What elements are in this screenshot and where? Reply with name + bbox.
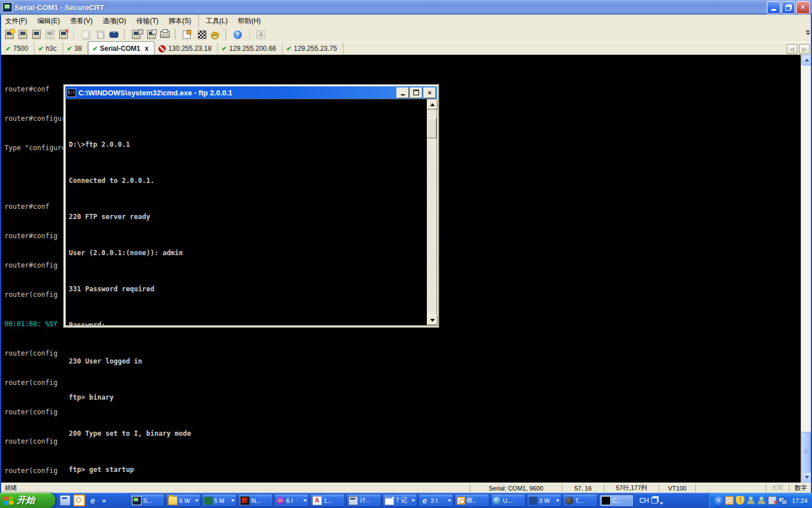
print-screen-icon[interactable] <box>124 29 144 40</box>
new-session-icon[interactable] <box>3 29 15 40</box>
tab-129-255-200-66[interactable]: ✔ 129.255.200.66 <box>218 42 283 55</box>
taskbar-button-excel[interactable]: 5 M <box>202 494 237 507</box>
tab-38[interactable]: ✔ 38 <box>63 42 89 55</box>
cmd-scrollbar[interactable] <box>427 99 436 325</box>
network-icon[interactable] <box>779 496 787 505</box>
taskbar-button-uc[interactable]: 6 l <box>274 494 309 507</box>
tab-label: 7500 <box>13 45 28 52</box>
user-icon[interactable] <box>747 496 755 505</box>
cmd-maximize-button[interactable] <box>410 87 422 98</box>
taskbar-button-globe[interactable]: U... <box>491 494 526 507</box>
cmd-scroll-down-icon[interactable] <box>427 315 438 325</box>
start-button[interactable]: 开始 <box>0 493 55 508</box>
itunes-icon <box>565 497 573 505</box>
taskbar-button-word[interactable]: 3 W <box>527 494 562 507</box>
taskbar-button-explorer[interactable]: 6 W <box>166 494 201 507</box>
menu-item-options[interactable]: 选项(O) <box>98 15 131 28</box>
tab-label: Serial-COM1 <box>100 45 140 52</box>
session-properties-icon[interactable] <box>175 29 195 40</box>
taskbar-button-clock[interactable]: 收.. <box>454 494 489 507</box>
font-icon[interactable]: A <box>249 29 269 40</box>
scrollbar-thumb[interactable] <box>801 432 811 472</box>
windows-logo-icon <box>4 496 14 505</box>
connected-check-icon: ✔ <box>67 45 72 52</box>
cmd-titlebar[interactable]: C:\ C:\WINDOWS\system32\cmd.exe - ftp 2.… <box>65 86 437 99</box>
taskbar-button-pdf[interactable]: 1... <box>310 494 345 507</box>
language-indicator[interactable]: CH <box>639 497 649 505</box>
cmd-line: Connected to 2.0.0.1. <box>69 176 279 185</box>
restore-button[interactable] <box>782 1 795 14</box>
clock[interactable]: 17:24 <box>792 497 807 504</box>
close-button[interactable]: × <box>796 1 810 14</box>
ie-icon[interactable]: e <box>88 496 98 505</box>
tab-close-icon[interactable]: x <box>145 45 149 52</box>
connected-check-icon: ✔ <box>286 45 292 52</box>
cmd-window-title: C:\WINDOWS\system32\cmd.exe - ftp 2.0.0.… <box>78 89 232 97</box>
cmd-close-button[interactable]: × <box>423 87 436 98</box>
keymap-icon[interactable] <box>196 29 208 40</box>
menu-item-help[interactable]: 帮助(H) <box>233 15 266 28</box>
terminal-scrollbar[interactable] <box>801 55 811 483</box>
window-title: Serial-COM1 - SecureCRT <box>15 3 104 12</box>
menu-item-tools[interactable]: 工具(L) <box>198 15 233 28</box>
tab-129-255-23-75[interactable]: ✔ 129.255.23.75 <box>283 42 343 55</box>
disconnected-icon <box>158 45 166 52</box>
cmd-scrollbar-thumb[interactable] <box>427 118 436 138</box>
hide-icons-chevron[interactable]: ‹ <box>714 496 723 505</box>
menu-item-script[interactable]: 脚本(S) <box>164 15 196 28</box>
taskbar-button-securecrt[interactable]: S... <box>130 494 165 507</box>
taskbar-button-cmd[interactable]: C... <box>599 494 634 507</box>
print-icon[interactable] <box>158 29 171 40</box>
session-tabbar: ✔ 7500 ✔ h3c ✔ 38 ✔ Seri <box>0 42 812 55</box>
connect-in-tab-icon[interactable] <box>30 29 42 40</box>
cmd-minimize-button[interactable] <box>396 87 409 98</box>
disconnect-icon[interactable]: × <box>57 29 69 40</box>
tab-serial-com1[interactable]: ✔ Serial-COM1 x <box>88 41 155 55</box>
clock-shortcut-icon[interactable] <box>73 494 85 506</box>
taskbar-button-itunes[interactable]: T... <box>563 494 598 507</box>
tab-7500[interactable]: ✔ 7500 <box>2 42 34 55</box>
taskbar-button-notepad[interactable]: 7 记 <box>382 494 417 507</box>
taskbar-button-media[interactable]: N... <box>238 494 273 507</box>
tab-scroll-left-button[interactable]: ◁ <box>787 44 797 54</box>
menu-item-edit[interactable]: 编辑(E) <box>32 15 65 28</box>
toolbar-overflow-icon[interactable] <box>806 30 810 36</box>
task-button-label: T... <box>575 497 584 504</box>
quick-connect-icon[interactable] <box>16 29 29 40</box>
menu-item-view[interactable]: 查看(V) <box>65 15 98 28</box>
key-icon[interactable] <box>209 29 222 40</box>
help-icon[interactable]: ? <box>226 29 245 40</box>
task-button-label: 计.. <box>360 496 369 505</box>
cmd-scroll-up-icon[interactable] <box>427 99 438 110</box>
tab-130-255-23-18[interactable]: 130.255.23.18 <box>155 42 218 55</box>
tray-clock-icon[interactable] <box>725 496 734 505</box>
task-button-label: 5 M <box>214 497 224 504</box>
taskbar-button-calculator[interactable]: 计.. <box>346 494 381 507</box>
minimize-button[interactable] <box>767 1 780 14</box>
user-icon[interactable] <box>757 496 766 505</box>
menu-item-file[interactable]: 文件(F) <box>0 15 32 28</box>
system-tray: ‹ ! 17:24 <box>708 493 812 508</box>
copy-icon[interactable] <box>73 29 93 40</box>
language-bar[interactable]: CH <box>639 497 663 505</box>
find-icon[interactable] <box>108 29 120 40</box>
window-frame-left <box>0 15 1 493</box>
cmd-line: User (2.0.0.1:(none)): admin <box>69 248 279 257</box>
language-restore-icon[interactable] <box>651 497 657 503</box>
launcher-icon[interactable] <box>60 495 70 506</box>
cmd-client-area[interactable]: D:\>ftp 2.0.0.1 Connected to 2.0.0.1. 22… <box>65 99 437 326</box>
network-offline-icon[interactable] <box>768 496 776 505</box>
globe-icon <box>493 497 501 505</box>
tab-h3c[interactable]: ✔ h3c <box>34 42 63 55</box>
quick-launch-overflow-icon[interactable]: » <box>102 497 106 505</box>
paste-icon[interactable] <box>94 29 107 40</box>
language-dropdown-icon[interactable] <box>660 502 663 505</box>
menu-item-transfer[interactable]: 传输(T) <box>131 15 164 28</box>
taskbar-button-ie[interactable]: 2 I <box>418 494 453 507</box>
group-dropdown-icon <box>195 500 198 502</box>
file-transfer-icon[interactable] <box>145 29 157 40</box>
tab-scroll-right-button[interactable]: ▷ <box>799 44 810 54</box>
security-shield-icon[interactable]: ! <box>736 496 744 505</box>
statusbar: 就绪 Serial: COM1, 9600 57, 16 57行,177列 VT… <box>0 483 812 493</box>
reconnect-icon[interactable] <box>43 29 56 40</box>
